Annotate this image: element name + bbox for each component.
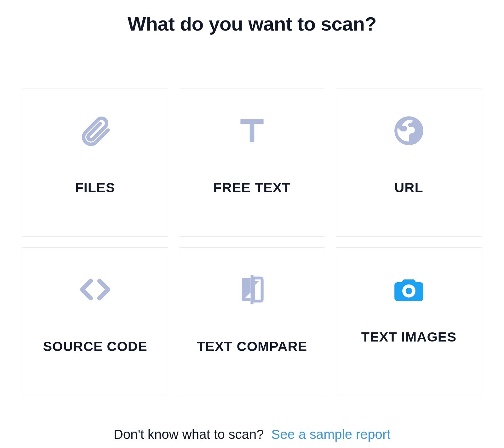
option-url-label: URL bbox=[388, 180, 429, 196]
option-source-code-label: SOURCE CODE bbox=[37, 338, 153, 355]
text-t-icon bbox=[235, 113, 269, 148]
scan-options-grid: FILES FREE TEXT URL bbox=[22, 89, 482, 395]
footer: Don't know what to scan? See a sample re… bbox=[22, 427, 482, 442]
code-brackets-icon bbox=[78, 272, 112, 307]
option-text-compare-label: TEXT COMPARE bbox=[191, 338, 313, 355]
paperclip-icon bbox=[78, 113, 112, 148]
option-free-text-label: FREE TEXT bbox=[207, 180, 297, 196]
page-title: What do you want to scan? bbox=[22, 13, 482, 35]
svg-marker-4 bbox=[254, 281, 259, 287]
svg-rect-1 bbox=[250, 119, 255, 142]
option-text-images[interactable]: TEXT IMAGES bbox=[336, 247, 482, 395]
sample-report-link[interactable]: See a sample report bbox=[271, 427, 390, 442]
compare-icon bbox=[235, 272, 269, 307]
option-text-compare[interactable]: TEXT COMPARE bbox=[179, 247, 325, 395]
footer-prompt: Don't know what to scan? bbox=[113, 427, 264, 442]
option-source-code[interactable]: SOURCE CODE bbox=[22, 247, 168, 395]
option-text-images-label: TEXT IMAGES bbox=[355, 329, 463, 345]
option-free-text[interactable]: FREE TEXT bbox=[179, 89, 325, 237]
globe-icon bbox=[392, 113, 426, 148]
option-url[interactable]: URL bbox=[336, 89, 482, 237]
camera-icon bbox=[392, 272, 426, 307]
option-files[interactable]: FILES bbox=[22, 89, 168, 237]
option-files-label: FILES bbox=[69, 180, 122, 196]
